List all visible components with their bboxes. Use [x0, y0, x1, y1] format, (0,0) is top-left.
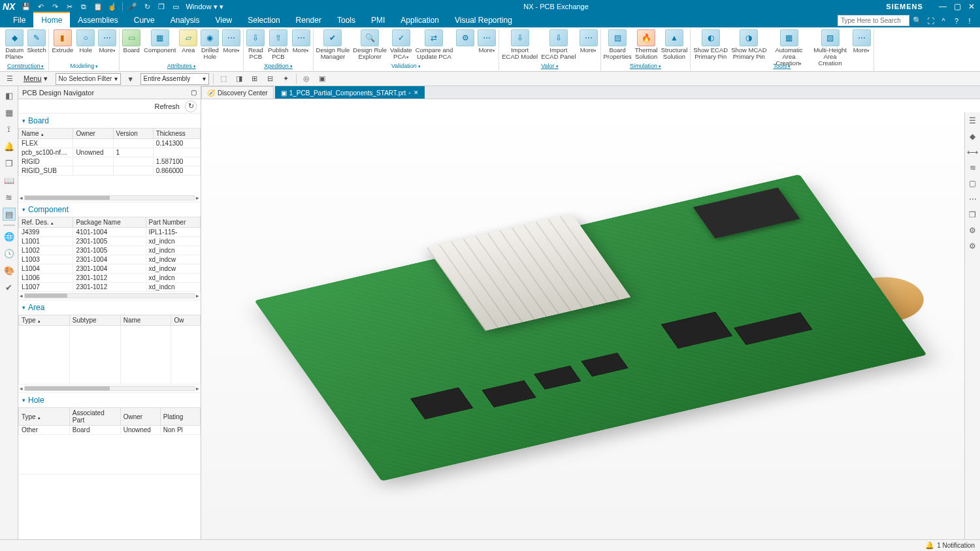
nav-assembly-icon[interactable]: ▦	[3, 106, 16, 119]
undo-icon[interactable]: ↶	[35, 1, 46, 12]
col-subtype[interactable]: Subtype	[69, 315, 120, 326]
tab-view[interactable]: View	[207, 13, 240, 27]
rv-more-icon[interactable]: ⋯	[967, 193, 979, 205]
col-owner[interactable]: Owner	[73, 129, 113, 139]
tab-tools[interactable]: Tools	[329, 13, 363, 27]
nav-book-icon[interactable]: 📖	[3, 174, 16, 187]
menu-button[interactable]: Menu ▾	[20, 73, 52, 84]
alert-icon[interactable]: !	[964, 17, 975, 25]
comp-hscroll[interactable]: ◂▸	[18, 292, 201, 300]
nav-layers-icon[interactable]: ≋	[3, 191, 16, 204]
refresh-button[interactable]: Refresh	[152, 102, 182, 110]
col-ow[interactable]: Ow	[171, 315, 201, 326]
nav-cube-icon[interactable]: ❒	[3, 157, 16, 170]
board-hscroll[interactable]: ◂▸	[18, 194, 201, 202]
nav-constraint-icon[interactable]: ⟟	[3, 123, 16, 136]
rv-list-icon[interactable]: ☰	[967, 115, 979, 127]
ribbon-button[interactable]: ◆Datum Plane	[5, 29, 24, 61]
filter-funnel-icon[interactable]: ▼	[125, 73, 137, 85]
ribbon-group-label[interactable]: Tools	[770, 63, 793, 71]
search-input[interactable]	[838, 15, 909, 26]
mic-icon[interactable]: 🎤	[127, 1, 139, 12]
ribbon-button[interactable]: ⋯More	[477, 29, 497, 55]
col-package[interactable]: Package Name	[73, 217, 146, 228]
refresh-icon[interactable]: ↻	[185, 101, 197, 112]
table-row[interactable]: L10012301-1005xd_indcn	[19, 237, 201, 246]
col-partnum[interactable]: Part Number	[146, 217, 200, 228]
tab-analysis[interactable]: Analysis	[163, 13, 208, 27]
ribbon-button[interactable]: ▤Board Properties	[603, 29, 632, 61]
col-version[interactable]: Version	[113, 129, 153, 139]
redo-icon[interactable]: ↷	[49, 1, 61, 12]
tab-curve[interactable]: Curve	[126, 13, 163, 27]
col-type[interactable]: Type	[19, 315, 70, 326]
minimize-icon[interactable]: —	[939, 2, 947, 11]
col-plating[interactable]: Plating	[160, 408, 200, 426]
ribbon-button[interactable]: ▦Automatic Area Creation	[770, 29, 809, 68]
tab-render[interactable]: Render	[288, 13, 329, 27]
ribbon-button[interactable]: ◐Show ECAD Primary Pin	[693, 29, 728, 61]
ribbon-button[interactable]: ▦Component	[143, 29, 176, 54]
table-row[interactable]: RIGID1.587100	[19, 157, 201, 166]
ribbon-button[interactable]: ◉Drilled Hole	[200, 29, 220, 61]
tab-home[interactable]: Home	[33, 12, 70, 27]
ribbon-group-label[interactable]: Xpedition	[261, 63, 295, 71]
rv-shape-icon[interactable]: ◆	[967, 131, 979, 142]
refresh-icon[interactable]: ↻	[141, 1, 153, 12]
sel-tool3-icon[interactable]: ⊞	[249, 73, 261, 85]
rv-box-icon[interactable]: ▢	[967, 178, 979, 189]
3d-viewport[interactable]: ☰ ◆ ⟷ ≋ ▢ ⋯ ❒ ⚙ ⚙	[201, 99, 980, 539]
table-row[interactable]: FLEX0.141300	[19, 139, 201, 148]
window-icon[interactable]: ▭	[170, 1, 182, 12]
table-row[interactable]: L10072301-1012xd_indcn	[19, 283, 201, 292]
table-row[interactable]: L10022301-1005xd_indcn	[19, 246, 201, 255]
pin-icon[interactable]: ▢	[191, 89, 197, 96]
table-row[interactable]: RIGID_SUB0.866000	[19, 166, 201, 176]
ribbon-button[interactable]: ▲Structural Solution	[661, 29, 689, 61]
tab-application[interactable]: Application	[393, 13, 447, 27]
ribbon-button[interactable]: ⇩Read PCB	[246, 29, 265, 61]
ribbon-button[interactable]: ⇩Import ECAD Model	[501, 29, 538, 61]
nav-part-icon[interactable]: ◧	[3, 89, 16, 102]
ribbon-button[interactable]: ○Hole	[76, 29, 95, 54]
selection-filter-dropdown[interactable]: No Selection Filter▾	[56, 73, 121, 85]
rv-gear-icon[interactable]: ⚙	[967, 225, 979, 236]
nav-history-icon[interactable]: 🕓	[3, 247, 16, 260]
save-icon[interactable]: 💾	[20, 1, 32, 12]
selection-scope-dropdown[interactable]: Entire Assembly▾	[140, 73, 209, 85]
tab-assemblies[interactable]: Assemblies	[70, 13, 125, 27]
sel-tool4-icon[interactable]: ⊟	[265, 73, 276, 85]
tab-selection[interactable]: Selection	[240, 13, 287, 27]
ribbon-button[interactable]: ⇧Publish PCB	[267, 29, 289, 61]
ribbon-button[interactable]: ✎Sketch	[26, 29, 46, 54]
close-icon[interactable]: ✕	[968, 2, 975, 11]
restore-icon[interactable]: ❐	[155, 1, 167, 12]
tab-visual-reporting[interactable]: Visual Reporting	[447, 13, 520, 27]
nav-browser-icon[interactable]: 🌐	[3, 230, 16, 243]
ribbon-button[interactable]: 🔥Thermal Solution	[634, 29, 659, 61]
ribbon-button[interactable]: ⋯More	[97, 29, 117, 55]
component-panel-header[interactable]: Component	[18, 202, 201, 217]
collapse-ribbon-icon[interactable]: ^	[938, 17, 949, 25]
ribbon-button[interactable]: ⋯More	[852, 29, 872, 55]
col-thickness[interactable]: Thickness	[153, 129, 200, 139]
notification-bell-icon[interactable]: 🔔	[925, 541, 934, 550]
ribbon-group-label[interactable]: Simulation	[627, 63, 664, 71]
ribbon-button[interactable]: ⇄Compare and Update PCA	[415, 29, 454, 61]
ribbon-button[interactable]: ⋯More	[291, 29, 311, 55]
ribbon-button[interactable]: ✓Validate PCA	[389, 29, 413, 61]
col-name2[interactable]: Name	[120, 315, 171, 326]
ribbon-button[interactable]: ⚙	[455, 29, 475, 48]
cut-icon[interactable]: ✂	[63, 1, 75, 12]
area-panel-header[interactable]: Area	[18, 300, 201, 315]
col-refdes[interactable]: Ref. Des.	[19, 217, 73, 228]
notification-text[interactable]: 1 Notification	[937, 542, 975, 549]
rv-dim-icon[interactable]: ⟷	[967, 146, 979, 158]
rv-cube-icon[interactable]: ❒	[967, 209, 979, 221]
ribbon-button[interactable]: 🔍Design Rule Explorer	[352, 29, 387, 61]
col-assoc[interactable]: Associated Part	[69, 408, 120, 426]
col-type2[interactable]: Type	[19, 408, 70, 426]
sel-tool2-icon[interactable]: ◨	[233, 73, 245, 85]
table-row[interactable]: J43994101-1004IPL1-115-	[19, 228, 201, 237]
tab-file[interactable]: File	[5, 13, 33, 27]
